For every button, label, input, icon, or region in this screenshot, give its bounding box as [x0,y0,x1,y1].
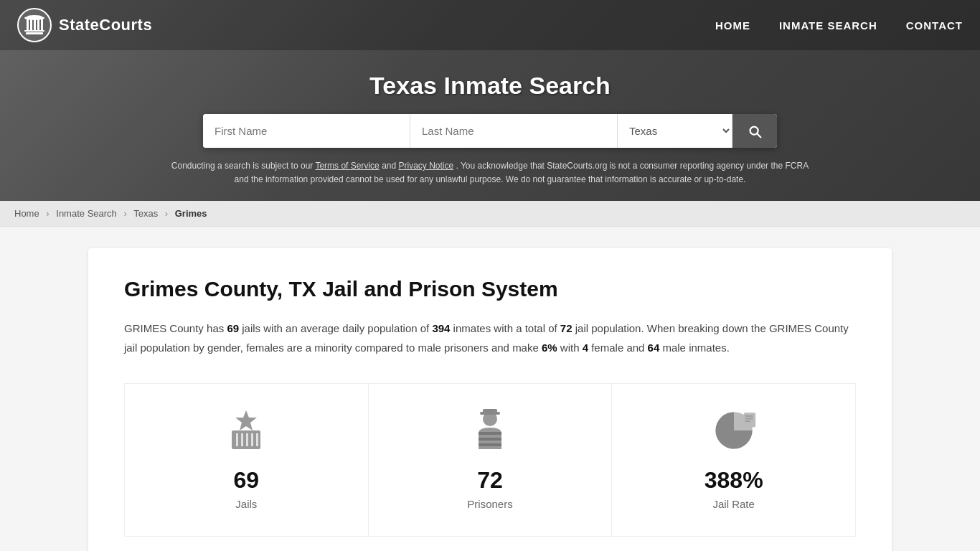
breadcrumb-sep-1: › [46,208,49,219]
disclaimer-text: Conducting a search is subject to our Te… [167,159,813,187]
svg-rect-5 [37,19,39,30]
jail-rate-label: Jail Rate [626,498,841,510]
jail-rate-icon-container [626,405,841,456]
svg-point-8 [27,15,42,18]
svg-rect-14 [251,433,253,446]
hero-section: Texas Inmate Search Select State Alabama… [0,50,980,201]
breadcrumb: Home › Inmate Search › Texas › Grimes [0,201,980,227]
svg-rect-6 [41,19,43,30]
site-logo[interactable]: StateCourts [17,8,152,42]
svg-rect-13 [246,433,248,446]
main-content: Grimes County, TX Jail and Prison System… [74,248,906,551]
disclaimer-before: Conducting a search is subject to our [171,161,316,171]
site-header: StateCourts HOME INMATE SEARCH CONTACT T… [0,0,980,201]
female-pct: 6% [542,342,557,354]
jail-rate-value: 388% [626,467,841,494]
prisoners-icon-container [383,405,598,456]
svg-rect-12 [241,433,243,446]
pillar-icon [23,14,46,37]
svg-rect-25 [745,418,753,420]
stat-prisoners: 72 Prisoners [369,384,613,537]
total-population: 72 [560,322,573,334]
svg-marker-9 [235,410,257,430]
breadcrumb-sep-3: › [165,208,168,219]
privacy-notice-link[interactable]: Privacy Notice [398,161,453,171]
breadcrumb-current: Grimes [175,208,207,219]
svg-rect-23 [743,413,755,428]
svg-rect-19 [479,432,501,435]
svg-rect-2 [27,19,29,30]
last-name-input[interactable] [410,114,618,148]
disclaimer-and: and [382,161,398,171]
header-content: StateCourts HOME INMATE SEARCH CONTACT T… [0,0,980,201]
prisoners-label: Prisoners [383,498,598,510]
female-count: 4 [583,342,588,354]
svg-rect-11 [236,433,238,446]
svg-rect-15 [256,433,258,446]
search-form: Select State Alabama Alaska Arizona Arka… [203,114,777,148]
svg-rect-0 [26,32,43,34]
navigation: StateCourts HOME INMATE SEARCH CONTACT [0,0,980,50]
jails-label: Jails [139,498,354,510]
jails-icon-container [139,405,354,456]
svg-rect-1 [24,30,44,32]
search-icon [747,123,763,139]
stats-row: 69 Jails [124,383,856,537]
svg-rect-3 [30,19,32,30]
nav-contact[interactable]: CONTACT [906,19,963,32]
stat-jail-rate: 388% Jail Rate [612,384,856,537]
county-description: GRIMES County has 69 jails with an avera… [124,319,856,357]
prisoners-value: 72 [383,467,598,494]
svg-rect-4 [34,19,36,30]
svg-rect-24 [745,415,753,417]
svg-rect-26 [745,421,750,423]
content-card: Grimes County, TX Jail and Prison System… [88,248,892,551]
jails-count: 69 [227,322,239,334]
svg-rect-18 [483,409,497,413]
breadcrumb-sep-2: › [123,208,126,219]
logo-text: StateCourts [59,16,152,34]
nav-links: HOME INMATE SEARCH CONTACT [715,19,963,32]
search-button[interactable] [732,114,777,148]
jail-building-icon [223,408,269,453]
male-count: 64 [648,342,660,354]
prisoner-icon [467,408,513,453]
logo-icon [17,8,52,42]
nav-home[interactable]: HOME [715,19,750,32]
page-title: Texas Inmate Search [14,72,966,100]
svg-rect-20 [479,438,501,441]
avg-population: 394 [432,322,450,334]
nav-inmate-search[interactable]: INMATE SEARCH [779,19,877,32]
breadcrumb-state[interactable]: Texas [133,208,158,219]
first-name-input[interactable] [203,114,410,148]
county-title: Grimes County, TX Jail and Prison System [124,277,856,301]
breadcrumb-home[interactable]: Home [14,208,39,219]
breadcrumb-inmate-search[interactable]: Inmate Search [56,208,117,219]
svg-rect-21 [479,443,501,446]
terms-of-service-link[interactable]: Terms of Service [315,161,379,171]
jails-value: 69 [139,467,354,494]
pie-chart-icon [711,408,757,453]
stat-jails: 69 Jails [125,384,369,537]
state-select[interactable]: Select State Alabama Alaska Arizona Arka… [618,114,732,148]
